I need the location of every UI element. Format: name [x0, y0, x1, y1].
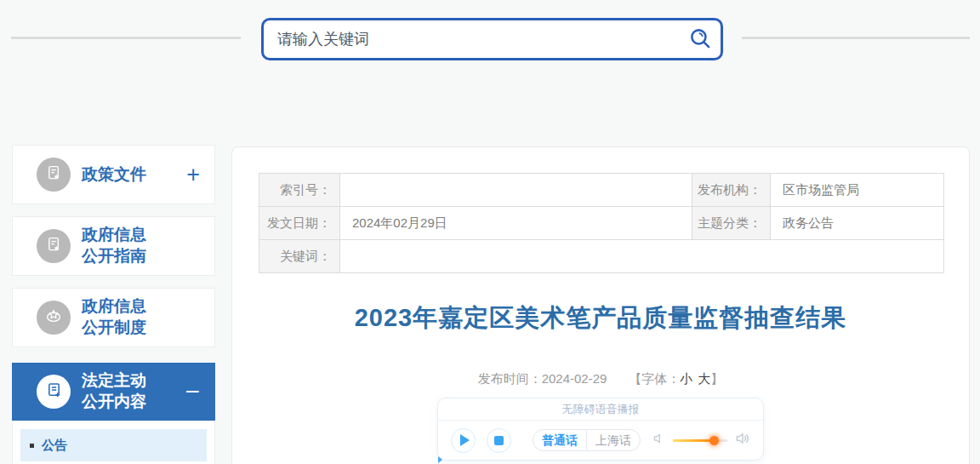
page-title: 2023年嘉定区美术笔产品质量监督抽查结果 [249, 301, 952, 335]
play-icon [460, 434, 470, 446]
sidebar-submenu: 公告 [12, 421, 215, 464]
sidebar-item-label: 政府信息 [82, 296, 146, 318]
audio-player: 无障碍语音播报 普通话 上海话 [437, 398, 764, 461]
table-row: 发文日期： 2024年02月29日 主题分类： 政务公告 [259, 207, 944, 240]
audio-player-header: 无障碍语音播报 [438, 398, 763, 421]
language-option-mandarin[interactable]: 普通话 [533, 431, 587, 450]
document-plus-icon [45, 381, 63, 403]
bullet-icon [30, 444, 34, 448]
expand-icon[interactable]: + [186, 162, 200, 188]
header-divider-left [11, 37, 241, 39]
search-icon [687, 26, 713, 54]
stop-icon [494, 436, 504, 445]
font-size-suffix: 】 [710, 371, 723, 386]
sidebar-item-label: 政府信息 [82, 225, 146, 246]
collapse-icon[interactable]: − [185, 377, 200, 406]
search-bar[interactable] [261, 18, 723, 60]
main-content-panel: 索引号： 发布机构： 区市场监管局 发文日期： 2024年02月29日 主题分类… [231, 146, 970, 464]
search-button[interactable] [680, 20, 721, 58]
meta-label-category: 主题分类： [692, 207, 771, 240]
sidebar-item-statutory-disclosure[interactable]: 法定主动 公开内容 − [12, 363, 215, 421]
volume-high-icon[interactable] [735, 431, 750, 450]
sidebar-item-label: 公开内容 [82, 392, 146, 413]
meta-label-keywords: 关键词： [259, 240, 340, 273]
sidebar-subitem-announcements[interactable]: 公告 [20, 429, 207, 461]
sidebar-item-label: 政策文件 [82, 164, 146, 186]
font-small-button[interactable]: 小 [680, 371, 692, 386]
table-row: 关键词： [259, 240, 944, 273]
publish-date: 2024-02-29 [542, 371, 607, 386]
meta-value-issuer: 区市场监管局 [771, 174, 944, 207]
language-switch: 普通话 上海话 [533, 429, 641, 451]
document-star-icon [45, 164, 63, 186]
award-star-icon [44, 306, 63, 329]
meta-label-index: 索引号： [259, 174, 340, 207]
sidebar-item-gov-info-system[interactable]: 政府信息 公开制度 [12, 288, 215, 347]
font-large-button[interactable]: 大 [698, 371, 710, 386]
sidebar-item-gov-info-guide[interactable]: 政府信息 公开指南 [12, 216, 215, 276]
play-button[interactable] [451, 428, 476, 453]
volume-slider[interactable] [673, 435, 727, 446]
language-option-shanghainese[interactable]: 上海话 [587, 431, 640, 450]
stop-button[interactable] [487, 428, 511, 453]
meta-value-date: 2024年02月29日 [340, 207, 692, 240]
sidebar-item-label: 法定主动 [82, 370, 146, 392]
sidebar-item-label: 公开指南 [82, 246, 146, 267]
meta-label-date: 发文日期： [259, 207, 340, 240]
doc-meta-table: 索引号： 发布机构： 区市场监管局 发文日期： 2024年02月29日 主题分类… [259, 173, 944, 273]
audio-marker-icon [438, 456, 442, 463]
publish-time-label: 发布时间： [478, 371, 542, 386]
header-divider-right [742, 37, 970, 39]
volume-low-icon[interactable] [652, 432, 665, 449]
sidebar-item-policy-documents[interactable]: 政策文件 + [12, 145, 215, 204]
search-input[interactable] [264, 31, 680, 49]
meta-label-issuer: 发布机构： [692, 174, 771, 207]
meta-value-category: 政务公告 [771, 207, 944, 240]
font-size-prefix: 【字体： [629, 371, 680, 386]
sidebar-item-label: 公开制度 [82, 318, 146, 339]
meta-value-keywords [340, 240, 944, 273]
submenu-label: 公告 [42, 438, 67, 454]
table-row: 索引号： 发布机构： 区市场监管局 [259, 174, 944, 207]
publish-info: 发布时间：2024-02-29【字体：小大】 [232, 371, 969, 387]
document-star-icon [45, 236, 63, 257]
volume-thumb[interactable] [709, 436, 719, 445]
meta-value-index [340, 174, 692, 207]
